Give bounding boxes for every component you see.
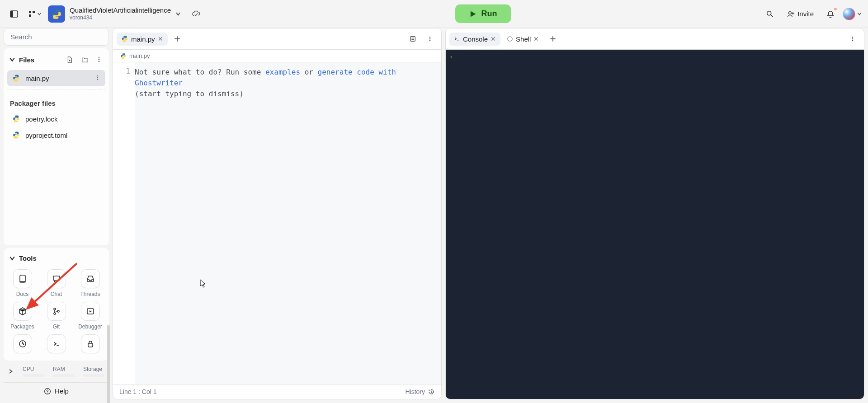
files-more-button[interactable] [94,54,104,66]
history-label: History [405,388,425,395]
lock-icon [86,339,95,348]
file-plus-icon [66,56,73,63]
svg-rect-1 [10,11,13,17]
search-input[interactable]: Search [4,28,109,46]
user-menu-button[interactable] [843,8,862,20]
shell-icon [18,339,27,348]
storage-label: Storage [83,366,104,372]
help-icon [44,388,51,395]
file-row-pyproject-toml[interactable]: pyproject.toml [7,127,105,143]
placeholder-text: or [300,68,318,76]
python-icon [51,8,62,20]
terminal-icon [52,339,61,348]
tool-packages[interactable]: Packages [9,302,36,330]
invite-label: Invite [797,10,814,18]
tools-scrollbar[interactable] [107,325,110,403]
svg-point-28 [852,40,854,42]
chevron-right-icon[interactable] [8,369,14,374]
file-row-menu-button[interactable] [94,75,101,82]
invite-button[interactable]: Invite [782,7,818,21]
python-file-icon [12,114,21,123]
run-button-label: Run [481,9,497,19]
notification-dot [834,7,837,11]
tool-lock[interactable] [77,334,104,353]
tool-debugger[interactable]: Debugger [77,302,104,330]
svg-rect-19 [88,343,93,347]
svg-point-8 [99,59,100,61]
svg-point-11 [97,77,99,78]
tool-threads[interactable]: Threads [77,269,104,297]
tab-shell[interactable]: Shell ✕ [502,33,543,46]
files-section-header[interactable]: Files [7,52,105,70]
tool-git[interactable]: Git [43,302,70,330]
plus-icon [174,36,180,42]
svg-point-6 [789,11,792,14]
person-add-icon [787,10,795,18]
workspace: Search Files main.py [0,28,868,403]
tab-close-button[interactable]: ✕ [533,35,539,42]
new-tab-button[interactable] [170,31,185,47]
tool-terminal[interactable] [43,334,70,353]
project-info[interactable]: QualifiedVioletArtificialintelligence vo… [70,6,171,21]
new-tab-button[interactable] [545,31,561,47]
layout-menu-button[interactable] [26,6,43,22]
sync-status-button[interactable] [188,6,203,22]
svg-point-25 [429,40,431,42]
notifications-button[interactable] [823,6,838,22]
svg-point-7 [99,57,100,59]
tool-docs[interactable]: Docs [9,269,36,297]
chevron-down-icon [9,255,15,262]
tab-close-button[interactable]: ✕ [491,35,496,42]
file-name: main.py [25,75,49,82]
new-folder-button[interactable] [79,54,91,66]
packager-files-label: Packager files [7,92,105,111]
shell-icon [507,36,513,42]
cursor-position: Line 1 : Col 1 [119,388,157,395]
tool-label: Debugger [78,323,102,330]
editor-more-button[interactable] [422,31,438,47]
tools-section-header[interactable]: Tools [7,253,105,267]
search-icon [766,10,774,18]
tab-console[interactable]: Console ✕ [449,33,500,46]
tool-chat[interactable]: Chat [43,269,70,297]
placeholder-link-examples[interactable]: examples [265,68,300,76]
editor-body[interactable]: 1 Not sure what to do? Run some examples… [113,62,441,384]
svg-point-16 [54,313,56,314]
run-button[interactable]: Run [455,5,511,23]
sidebar: Search Files main.py [4,28,109,399]
kebab-icon [849,36,856,42]
svg-point-12 [97,79,99,80]
svg-point-27 [852,38,854,40]
cpu-label: CPU [23,366,44,372]
svg-rect-4 [29,14,31,17]
tab-label: Console [463,35,488,43]
sidebar-toggle-button[interactable] [6,6,22,22]
chevron-down-icon[interactable] [175,11,181,17]
tab-main-py[interactable]: main.py ✕ [117,33,168,46]
tab-close-button[interactable]: ✕ [158,35,163,42]
history-button[interactable]: History [405,388,435,395]
outline-icon [409,35,416,42]
code-area[interactable]: Not sure what to do? Run some examples o… [135,62,441,384]
breadcrumb: main.py [113,50,441,62]
console-output[interactable]: › [446,50,864,399]
kebab-icon [96,56,102,63]
git-branch-icon [52,307,61,316]
search-button[interactable] [762,6,778,22]
debugger-icon [86,307,95,316]
new-file-button[interactable] [64,54,75,66]
kebab-icon [427,36,433,42]
python-file-icon [12,131,21,140]
resource-ram: RAM [53,366,74,377]
console-pane: Console ✕ Shell ✕ › [445,28,864,399]
tool-shell[interactable] [9,334,36,353]
help-button[interactable]: Help [4,382,109,399]
project-lang-icon [48,5,65,23]
svg-point-10 [97,75,99,76]
file-row-poetry-lock[interactable]: poetry.lock [7,111,105,127]
editor-pane: main.py ✕ main.py 1 Not sure what to do [113,28,442,399]
console-more-button[interactable] [845,31,860,47]
outline-button[interactable] [405,31,420,47]
file-row-main-py[interactable]: main.py [7,70,105,86]
tools-panel: Tools Docs Chat Threads [4,248,109,361]
